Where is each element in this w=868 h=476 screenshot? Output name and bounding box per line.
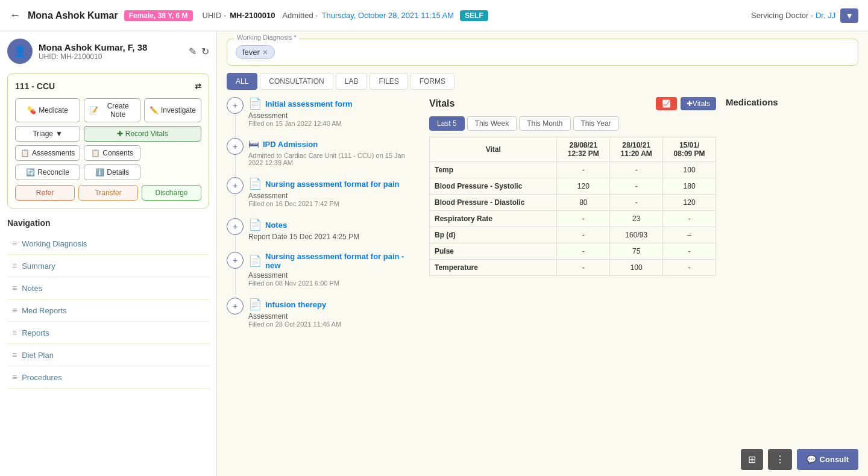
sidebar-item-reports[interactable]: ≡ Reports	[7, 322, 209, 344]
feed-title[interactable]: IPD Admission	[263, 140, 318, 149]
feed-subtitle: Assessment	[248, 312, 420, 321]
tag-remove-button[interactable]: ✕	[262, 48, 268, 57]
feed-body: 📄 Infusion therepy Assessment Filled on …	[248, 298, 420, 328]
add-dot[interactable]: +	[227, 218, 244, 235]
add-dot[interactable]: +	[227, 97, 244, 114]
vital-value: -	[557, 162, 610, 178]
servicing-doctor: Servicing Doctor - Dr. JJ	[751, 11, 835, 20]
assessments-button[interactable]: 📋 Assessments	[15, 145, 80, 161]
period-this-year[interactable]: This Year	[573, 116, 619, 131]
vital-label: Pulse	[430, 243, 557, 260]
document-icon: 📄	[248, 298, 262, 311]
more-options-button[interactable]: ⋮	[768, 449, 792, 470]
vital-value: -	[610, 162, 663, 178]
tab-files[interactable]: FILES	[370, 73, 407, 90]
grid-view-button[interactable]: ⊞	[741, 449, 763, 470]
details-button[interactable]: ℹ️ Details	[84, 164, 140, 180]
period-this-week[interactable]: This Week	[467, 116, 517, 131]
nav-label: Diet Plan	[22, 351, 54, 360]
date-col-1: 28/08/21 12:32 PM	[557, 137, 610, 162]
reconcile-icon: 🔄	[26, 168, 35, 177]
vital-label: Temperature	[430, 260, 557, 276]
right-content: Working Diagnosis * fever ✕ ALL CONSULTA…	[217, 31, 868, 476]
reconcile-button[interactable]: 🔄 Reconcile	[15, 164, 80, 180]
menu-icon: ≡	[12, 261, 17, 271]
vital-value: 23	[610, 211, 663, 227]
feed-item: + 📄 Nursing assessment format for pain -…	[227, 252, 420, 287]
create-note-button[interactable]: 📝 Create Note	[84, 98, 140, 122]
consult-button[interactable]: 💬 Consult	[797, 449, 858, 470]
medicate-button[interactable]: 💊 Medicate	[15, 98, 80, 122]
add-dot[interactable]: +	[227, 138, 244, 155]
edit-patient-button[interactable]: ✎	[189, 46, 197, 57]
consents-button[interactable]: 📋 Consents	[84, 145, 140, 161]
patient-name-header: Mona Ashok Kumar	[28, 10, 118, 21]
transfer-icon: ⇄	[195, 82, 201, 91]
sidebar-item-notes[interactable]: ≡ Notes	[7, 277, 209, 299]
triage-button[interactable]: Triage ▼	[15, 126, 80, 142]
transfer-button[interactable]: Transfer	[78, 185, 138, 201]
period-last5[interactable]: Last 5	[429, 116, 465, 131]
vital-label: Blood Pressure - Systolic	[430, 178, 557, 195]
investigate-button[interactable]: ✏️ Investigate	[144, 98, 201, 122]
details-icon: ℹ️	[95, 168, 104, 177]
feed-icon-row: 🛏 IPD Admission	[248, 138, 420, 151]
vital-value: -	[610, 178, 663, 195]
tab-lab[interactable]: LAB	[336, 73, 368, 90]
admitted-label: Admitted -	[282, 11, 318, 20]
record-vitals-button[interactable]: ✚ Record Vitals	[84, 126, 201, 142]
action-row3: Refer Transfer Discharge	[15, 185, 201, 201]
menu-icon: ≡	[12, 283, 17, 293]
add-dot[interactable]: +	[227, 177, 244, 194]
refer-button[interactable]: Refer	[15, 185, 75, 201]
document-icon: 📄	[248, 218, 262, 231]
period-this-month[interactable]: This Month	[519, 116, 570, 131]
add-dot[interactable]: +	[227, 298, 244, 315]
date-col-2: 28/10/21 11:20 AM	[610, 137, 663, 162]
back-button[interactable]: ←	[10, 9, 20, 22]
sidebar-item-med-reports[interactable]: ≡ Med Reports	[7, 299, 209, 322]
tab-all[interactable]: ALL	[227, 73, 257, 90]
pill-icon: 💊	[27, 106, 36, 114]
feed-body: 📄 Initial assessment form Assessment Fil…	[248, 97, 420, 127]
feed-title[interactable]: Nursing assessment format for pain - new	[265, 252, 420, 270]
chevron-down-icon: ▼	[55, 130, 63, 138]
vitals-btn-group: 📈 ✚Vitals	[656, 97, 716, 110]
feed-title[interactable]: Notes	[265, 221, 287, 230]
vital-label: Blood Pressure - Diastolic	[430, 195, 557, 211]
add-dot[interactable]: +	[227, 252, 244, 269]
discharge-button[interactable]: Discharge	[142, 185, 201, 201]
avatar: 👤	[7, 39, 33, 64]
feed-date: Filled on 28 Oct 2021 11:46 AM	[248, 321, 420, 328]
gender-badge: Female, 38 Y, 6 M	[124, 10, 193, 21]
sidebar-item-diet-plan[interactable]: ≡ Diet Plan	[7, 344, 209, 366]
nav-label: Notes	[22, 284, 42, 293]
feed-subtitle: Assessment	[248, 111, 420, 120]
navigation-section: Navigation ≡ Working Diagnosis ≡ Summary…	[7, 218, 209, 389]
ccu-title: 111 - CCU	[15, 81, 55, 91]
menu-icon: ≡	[12, 350, 17, 360]
vital-value: 120	[557, 178, 610, 195]
vitals-title: Vitals	[429, 98, 454, 109]
tab-forms[interactable]: FORMS	[410, 73, 454, 90]
sidebar-item-working-diagnosis[interactable]: ≡ Working Diagnosis	[7, 233, 209, 255]
sidebar-item-procedures[interactable]: ≡ Procedures	[7, 366, 209, 389]
feed-subtitle: Assessment	[248, 192, 420, 200]
table-row: Respiratory Rate - 23 -	[430, 211, 716, 227]
feed-title[interactable]: Nursing assessment format for pain	[265, 180, 400, 189]
sidebar-item-summary[interactable]: ≡ Summary	[7, 255, 209, 277]
vital-value: -	[663, 243, 716, 260]
ccu-card: 111 - CCU ⇄ 💊 Medicate 📝 Create Note ✏️ …	[7, 74, 209, 208]
medications-title: Medications	[726, 97, 858, 107]
tab-consultation[interactable]: CONSULTATION	[260, 73, 333, 90]
feed-subtitle: Assessment	[248, 271, 420, 280]
add-vitals-button[interactable]: ✚Vitals	[681, 97, 716, 110]
vitals-chart-button[interactable]: 📈	[656, 97, 677, 110]
doctor-dropdown-button[interactable]: ▼	[840, 8, 858, 23]
table-row: Temp - - 100	[430, 162, 716, 178]
nav-label: Procedures	[22, 373, 61, 382]
vital-value: -	[663, 211, 716, 227]
refresh-button[interactable]: ↻	[201, 46, 209, 57]
feed-title[interactable]: Infusion therepy	[265, 300, 326, 309]
feed-title[interactable]: Initial assessment form	[265, 99, 353, 108]
